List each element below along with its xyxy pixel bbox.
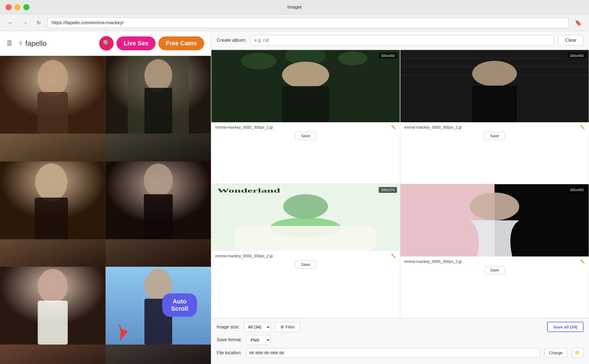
card-2-filename: emma-mackey_0083_300px_2.jp (404, 125, 578, 129)
grid-image-1 (0, 56, 106, 161)
save-button-1[interactable]: Save (295, 132, 316, 140)
card-2-footer: emma-mackey_0083_300px_2.jp ✏️ Save (400, 122, 589, 145)
svg-rect-25 (282, 86, 329, 122)
path-dot-1 (249, 351, 254, 354)
svg-point-11 (144, 164, 173, 197)
svg-rect-2 (38, 92, 68, 134)
card-4-footer: emma-mackey_0085_300px_2.jp ✏️ Save (400, 256, 589, 279)
path-dot-2 (255, 351, 263, 354)
maximize-button[interactable] (23, 4, 29, 10)
card-1-filename: emma-mackey_0082_300px_2.jp (215, 125, 390, 129)
card-4-filename-row: emma-mackey_0085_300px_2.jp ✏️ (404, 259, 585, 264)
filter-label: Filter (286, 325, 295, 329)
folder-button[interactable]: 📁 (572, 348, 583, 358)
filter-icon: ⚙ (280, 325, 284, 330)
controls-row-2: Save format: PNG JPG WEBP (217, 335, 583, 345)
file-location-bar (246, 348, 540, 358)
svg-rect-15 (38, 301, 68, 345)
change-button[interactable]: Change (544, 348, 567, 358)
save-button-3[interactable]: Save (295, 260, 316, 269)
image-size-select[interactable]: All (34) Small Medium Large (244, 322, 271, 332)
sidebar-panel: Create album: Clear (211, 31, 589, 364)
grid-item-2[interactable] (106, 56, 211, 161)
card-2-filename-row: emma-mackey_0083_300px_2.jp ✏️ (404, 125, 585, 129)
create-album-input[interactable] (251, 35, 554, 46)
filter-button[interactable]: ⚙ Filter (275, 322, 300, 332)
svg-point-41 (470, 193, 519, 220)
browser-bar: ← → ↻ 🔖 (0, 14, 589, 31)
grid-item-3[interactable] (0, 161, 106, 267)
card-1-footer: emma-mackey_0082_300px_2.jp ✏️ Save (211, 122, 400, 145)
clear-button[interactable]: Clear (558, 35, 583, 46)
card-image-1 (211, 50, 400, 122)
refresh-button[interactable]: ↻ (34, 19, 43, 27)
auto-scroll-button[interactable]: Auto Scroll (162, 293, 197, 317)
logo-icon: ♀ (18, 39, 24, 48)
hamburger-menu[interactable]: ☰ (7, 40, 12, 47)
image-size-label: Image size: (217, 325, 239, 330)
card-image-4 (400, 184, 589, 256)
titlebar-buttons (6, 4, 29, 10)
card-image-wrapper-4: 300x450 (400, 184, 589, 256)
save-all-button[interactable]: Save all (34) (547, 322, 583, 332)
image-card-2: 300x450 emma-mackey_0083_300px_2.jp ✏️ S… (400, 50, 589, 184)
url-input[interactable] (48, 18, 569, 28)
location-path-dots (249, 351, 284, 354)
svg-rect-9 (35, 198, 68, 239)
grid-image-6 (106, 267, 211, 364)
card-image-wrapper-3: Wonderland 300x374 (211, 184, 400, 251)
app-title: Imaget (287, 4, 302, 10)
grid-image-4 (106, 161, 211, 267)
browser-image-grid (0, 56, 211, 364)
controls-row-1: Image size: All (34) Small Medium Large … (217, 322, 583, 332)
card-image-wrapper-2: 300x450 (400, 50, 589, 122)
grid-item-5[interactable] (0, 267, 106, 364)
card-image-wrapper-1: 300x450 (211, 50, 400, 122)
svg-point-8 (35, 163, 68, 201)
card-image-2 (400, 50, 589, 122)
grid-item-1[interactable] (0, 56, 106, 161)
auto-scroll-label: Auto Scroll (171, 298, 188, 312)
close-button[interactable] (6, 4, 12, 10)
save-format-select[interactable]: PNG JPG WEBP (246, 335, 271, 345)
grid-image-5 (0, 267, 106, 364)
forward-button[interactable]: → (20, 18, 30, 27)
minimize-button[interactable] (14, 4, 21, 10)
search-button[interactable]: 🔍 (99, 36, 114, 51)
edit-icon-3[interactable]: ✏️ (391, 254, 396, 258)
svg-point-31 (472, 61, 517, 86)
svg-rect-12 (144, 194, 173, 239)
back-button[interactable]: ← (6, 18, 16, 27)
svg-point-21 (241, 53, 276, 69)
svg-rect-37 (235, 226, 376, 251)
header-buttons: 🔍 Live Sex Free Cams (99, 36, 204, 51)
bottom-controls: Image size: All (34) Small Medium Large … (211, 318, 589, 364)
path-dot-5 (279, 351, 284, 354)
grid-item-6[interactable] (106, 267, 211, 364)
edit-icon-2[interactable]: ✏️ (580, 125, 585, 129)
extension-icon[interactable]: 🔖 (573, 18, 583, 28)
svg-point-22 (338, 51, 368, 65)
edit-icon-1[interactable]: ✏️ (391, 125, 396, 129)
svg-text:Wonderland: Wonderland (217, 188, 280, 194)
save-button-4[interactable]: Save (484, 266, 505, 274)
svg-point-1 (38, 60, 68, 96)
image-card-3: Wonderland 300x374 emma-mackey_0084_300p… (211, 184, 400, 318)
path-dot-3 (264, 351, 269, 354)
live-sex-button[interactable]: Live Sex (116, 36, 156, 50)
grid-item-4[interactable] (106, 161, 211, 267)
controls-row-3: File location: Change 📁 (217, 348, 583, 358)
card-2-dimension: 300x450 (568, 53, 586, 59)
free-cams-button[interactable]: Free Cams (158, 36, 204, 50)
file-location-label: File location: (217, 350, 242, 355)
titlebar: Imaget (0, 0, 589, 14)
card-3-dimension: 300x374 (379, 187, 397, 193)
svg-rect-6 (144, 88, 172, 134)
card-1-dimension: 300x450 (379, 53, 397, 59)
grid-image-2 (106, 56, 211, 161)
card-image-3: Wonderland (211, 184, 400, 251)
save-button-2[interactable]: Save (484, 132, 505, 140)
card-3-footer: emma-mackey_0084_300px_2.jp ✏️ Save (211, 251, 400, 274)
edit-icon-4[interactable]: ✏️ (580, 259, 585, 264)
create-album-bar: Create album: Clear (211, 31, 589, 50)
